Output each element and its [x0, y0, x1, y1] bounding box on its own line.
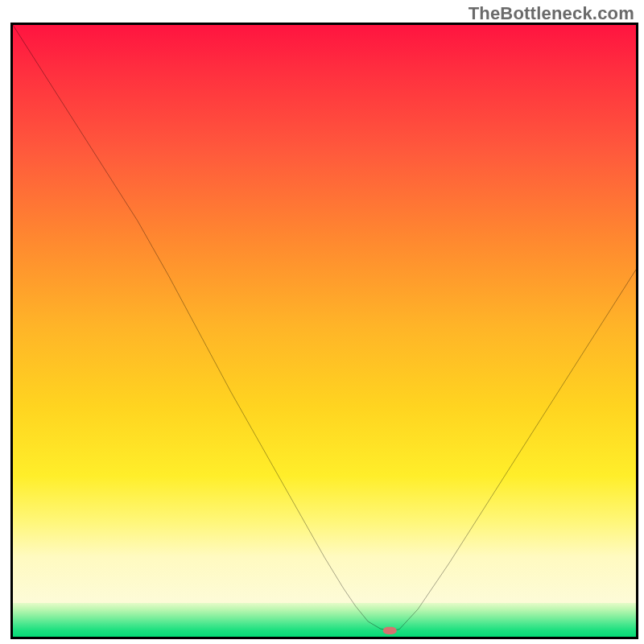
minimum-marker [383, 627, 397, 634]
bottleneck-curve [13, 25, 636, 637]
watermark-text: TheBottleneck.com [469, 3, 634, 24]
plot-frame [10, 23, 638, 639]
curve-path [13, 25, 636, 630]
